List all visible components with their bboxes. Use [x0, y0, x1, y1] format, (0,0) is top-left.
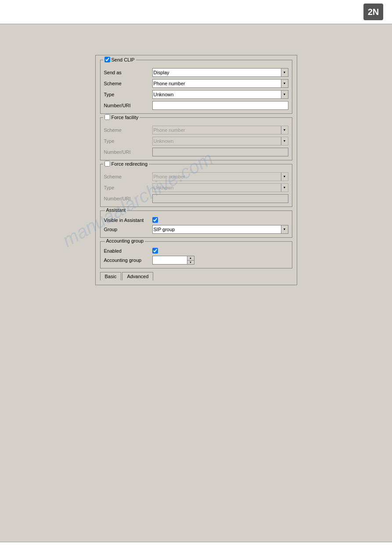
ff-scheme-select-wrapper: Phone number	[152, 126, 288, 134]
top-bar: 2N	[0, 0, 392, 24]
type-row: Type Unknown National International Loca…	[104, 90, 288, 99]
spinner-down-button[interactable]: ▼	[187, 261, 194, 265]
fr-scheme-select[interactable]: Phone number	[152, 172, 288, 181]
scheme-label: Scheme	[104, 81, 152, 86]
assistant-group-label: Group	[104, 227, 152, 232]
send-clip-title: Send CLIP	[103, 57, 136, 62]
accounting-group-title: Accounting group	[105, 238, 145, 243]
main-content: Send CLIP Send as Display P-Asserted-Ide…	[0, 24, 392, 285]
force-redirecting-checkbox[interactable]	[104, 161, 110, 167]
enabled-label: Enabled	[104, 248, 152, 254]
send-as-label: Send as	[104, 70, 152, 75]
enabled-checkbox[interactable]	[152, 248, 158, 254]
logo: 2N	[363, 4, 383, 20]
fr-number-uri-row: Number/URI	[104, 194, 288, 203]
spinner-buttons: ▲ ▼	[187, 256, 194, 265]
visible-assistant-row: Visible in Assistant	[104, 217, 288, 223]
fr-number-uri-input[interactable]	[152, 194, 288, 203]
force-facility-title: Force facility	[103, 114, 140, 120]
send-clip-group: Send CLIP Send as Display P-Asserted-Ide…	[100, 60, 292, 114]
visible-assistant-label: Visible in Assistant	[104, 218, 152, 223]
force-redirecting-group: Force redirecting Scheme Phone number Ty…	[100, 164, 292, 207]
accounting-group-label: Accounting group	[104, 258, 152, 263]
number-uri-label: Number/URI	[104, 103, 152, 108]
force-redirecting-title: Force redirecting	[103, 161, 149, 167]
number-uri-input[interactable]: 777982424	[152, 101, 288, 110]
enabled-row: Enabled	[104, 248, 288, 254]
send-clip-label: Send CLIP	[111, 57, 135, 62]
send-as-row: Send as Display P-Asserted-Identity Remo…	[104, 68, 288, 77]
type-label: Type	[104, 92, 152, 97]
scheme-select-wrapper: Phone number SIP URI TEL URI	[152, 79, 288, 88]
ff-type-select-wrapper: Unknown	[152, 137, 288, 145]
type-select-wrapper: Unknown National International Local	[152, 90, 288, 99]
scheme-select[interactable]: Phone number SIP URI TEL URI	[152, 79, 288, 88]
ff-scheme-select[interactable]: Phone number	[152, 126, 288, 134]
accounting-group-value[interactable]: 888	[152, 256, 187, 265]
spinner-up-button[interactable]: ▲	[187, 256, 194, 261]
fr-type-select-wrapper: Unknown	[152, 183, 288, 192]
accounting-group-row: Accounting group 888 ▲ ▼	[104, 256, 288, 265]
fr-type-select[interactable]: Unknown	[152, 183, 288, 192]
settings-panel: Send CLIP Send as Display P-Asserted-Ide…	[95, 55, 297, 285]
bottom-bar	[0, 542, 392, 555]
force-facility-checkbox[interactable]	[104, 114, 110, 120]
assistant-group-select-wrapper: SIP group H.323 group ISDN group	[152, 225, 288, 234]
ff-number-uri-row: Number/URI	[104, 148, 288, 156]
force-facility-group: Force facility Scheme Phone number Type …	[100, 117, 292, 160]
force-facility-label: Force facility	[111, 115, 139, 120]
accounting-group-box: Accounting group Enabled Accounting grou…	[100, 241, 292, 268]
scheme-row: Scheme Phone number SIP URI TEL URI	[104, 79, 288, 88]
tabs-row: Basic Advanced	[100, 272, 292, 280]
fr-scheme-label: Scheme	[104, 174, 152, 179]
tab-basic[interactable]: Basic	[100, 272, 122, 280]
fr-type-row: Type Unknown	[104, 183, 288, 192]
ff-number-uri-label: Number/URI	[104, 149, 152, 155]
send-clip-checkbox[interactable]	[104, 57, 110, 62]
fr-scheme-select-wrapper: Phone number	[152, 172, 288, 181]
type-select[interactable]: Unknown National International Local	[152, 90, 288, 99]
assistant-group-row: Group SIP group H.323 group ISDN group	[104, 225, 288, 234]
ff-number-uri-input[interactable]	[152, 148, 288, 156]
ff-scheme-label: Scheme	[104, 127, 152, 133]
visible-assistant-checkbox[interactable]	[152, 217, 158, 223]
ff-scheme-row: Scheme Phone number	[104, 126, 288, 134]
send-as-select-wrapper: Display P-Asserted-Identity Remote-Party…	[152, 68, 288, 77]
ff-type-label: Type	[104, 138, 152, 144]
fr-number-uri-label: Number/URI	[104, 196, 152, 201]
tab-advanced[interactable]: Advanced	[122, 272, 153, 280]
number-uri-row: Number/URI 777982424	[104, 101, 288, 110]
assistant-group-select[interactable]: SIP group H.323 group ISDN group	[152, 225, 288, 234]
assistant-group: Assistant Visible in Assistant Group SIP…	[100, 210, 292, 238]
accounting-group-spinner: 888 ▲ ▼	[152, 256, 194, 265]
assistant-title: Assistant	[105, 207, 127, 213]
ff-type-row: Type Unknown	[104, 137, 288, 145]
ff-type-select[interactable]: Unknown	[152, 137, 288, 145]
fr-scheme-row: Scheme Phone number	[104, 172, 288, 181]
fr-type-label: Type	[104, 185, 152, 190]
force-redirecting-label: Force redirecting	[111, 161, 148, 167]
send-as-select[interactable]: Display P-Asserted-Identity Remote-Party…	[152, 68, 288, 77]
